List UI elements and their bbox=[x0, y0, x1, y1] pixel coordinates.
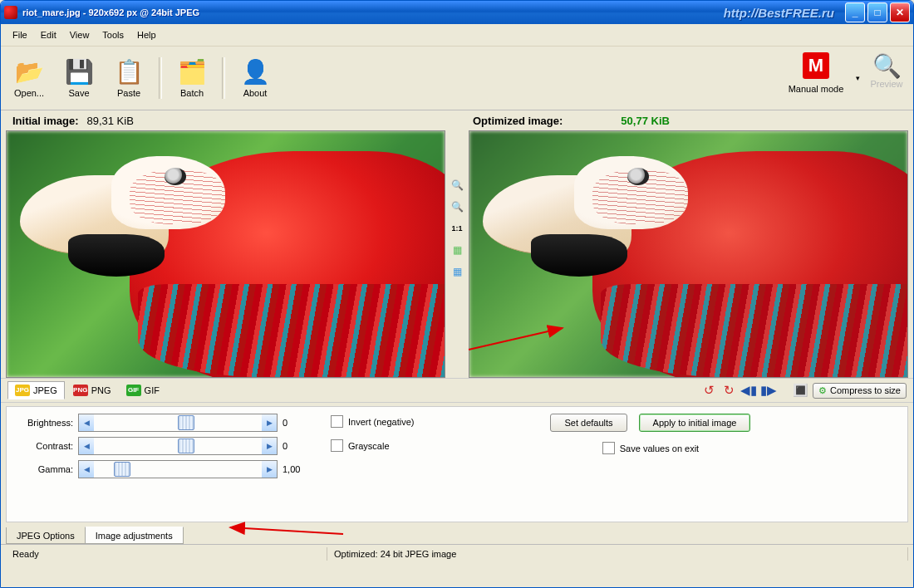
close-button[interactable]: ✕ bbox=[890, 2, 910, 22]
menu-help[interactable]: Help bbox=[130, 28, 163, 42]
initial-image-size: 89,31 KiB bbox=[86, 115, 133, 127]
toolbar-separator bbox=[159, 57, 162, 99]
maximize-button[interactable]: □ bbox=[867, 2, 887, 22]
rotate-left-icon[interactable]: ↺ bbox=[701, 383, 716, 398]
left-arrow-icon[interactable]: ◀ bbox=[79, 414, 94, 431]
grayscale-label: Grayscale bbox=[348, 441, 390, 451]
zoom-tool-column: 🔍 🔍 1:1 ▦ ▦ bbox=[445, 130, 469, 378]
gamma-value: 1,00 bbox=[283, 464, 311, 474]
flip-horizontal-icon[interactable]: ◀▮ bbox=[741, 383, 756, 398]
window-title: riot_mare.jpg - 920x692 px @ 24bit JPEG bbox=[22, 7, 199, 17]
initial-image-label: Initial image: bbox=[12, 115, 78, 127]
apply-to-initial-button[interactable]: Apply to initial image bbox=[639, 414, 751, 432]
invert-label: Invert (negative) bbox=[348, 417, 414, 427]
menu-tools[interactable]: Tools bbox=[96, 28, 130, 42]
format-tab-png[interactable]: PNGPNG bbox=[66, 382, 118, 399]
brightness-slider[interactable]: ◀▶ bbox=[78, 414, 278, 432]
minimize-button[interactable]: _ bbox=[845, 2, 865, 22]
format-tab-gif[interactable]: GIFGIF bbox=[120, 382, 166, 399]
status-optimized: Optimized: 24 bit JPEG image bbox=[327, 547, 908, 561]
brightness-label: Brightness: bbox=[15, 418, 73, 428]
menu-file[interactable]: File bbox=[6, 28, 34, 42]
right-arrow-icon[interactable]: ▶ bbox=[262, 461, 277, 478]
save-button[interactable]: 💾Save bbox=[56, 52, 102, 104]
mode-dropdown-arrow[interactable]: ▾ bbox=[852, 65, 863, 91]
compress-gear-icon: ⚙ bbox=[818, 385, 827, 396]
bottom-tab-strip: JPEG Options Image adjustments bbox=[1, 522, 913, 544]
contrast-value: 0 bbox=[283, 441, 311, 451]
right-arrow-icon[interactable]: ▶ bbox=[262, 438, 277, 454]
batch-button[interactable]: 🗂️Batch bbox=[169, 52, 215, 104]
jpeg-chip-icon: JPG bbox=[15, 385, 30, 396]
annotation-arrow-icon bbox=[224, 519, 348, 539]
open-label: Open... bbox=[14, 88, 44, 98]
gif-tab-label: GIF bbox=[145, 385, 160, 395]
paste-button[interactable]: 📋Paste bbox=[106, 52, 152, 104]
left-arrow-icon[interactable]: ◀ bbox=[79, 461, 94, 478]
image-adjustments-panel: Brightness: ◀▶ 0 Contrast: ◀▶ 0 Gamma: ◀… bbox=[6, 406, 908, 522]
grayscale-checkbox[interactable] bbox=[331, 439, 343, 452]
compress-to-size-label: Compress to size bbox=[830, 385, 901, 395]
gif-chip-icon: GIF bbox=[126, 385, 141, 396]
about-person-icon: 👤 bbox=[242, 58, 268, 85]
open-button[interactable]: 📂Open... bbox=[6, 52, 52, 104]
preview-row: 🔍 🔍 1:1 ▦ ▦ bbox=[1, 130, 913, 378]
set-defaults-label: Set defaults bbox=[564, 418, 612, 428]
about-label: About bbox=[243, 88, 268, 98]
menu-view[interactable]: View bbox=[63, 28, 96, 42]
paste-label: Paste bbox=[117, 88, 140, 98]
manual-mode-icon: M bbox=[803, 52, 829, 79]
tab-jpeg-options[interactable]: JPEG Options bbox=[6, 527, 86, 544]
png-chip-icon: PNG bbox=[73, 385, 88, 396]
fit-window-button[interactable]: ▦ bbox=[449, 242, 465, 258]
save-floppy-icon: 💾 bbox=[66, 58, 92, 85]
rotate-right-icon[interactable]: ↻ bbox=[721, 383, 736, 398]
brightness-value: 0 bbox=[283, 418, 311, 428]
pan-button[interactable]: ▦ bbox=[449, 263, 465, 280]
optimized-image-pane[interactable] bbox=[469, 130, 908, 378]
size-info-bar: Initial image: 89,31 KiB Optimized image… bbox=[1, 110, 913, 130]
status-ready: Ready bbox=[6, 547, 327, 561]
format-bar: JPGJPEG PNGPNG GIFGIF ↺ ↻ ◀▮ ▮▶ 🔳 ⚙Compr… bbox=[1, 378, 913, 403]
png-tab-label: PNG bbox=[91, 385, 111, 395]
svg-line-1 bbox=[230, 527, 343, 534]
open-folder-icon: 📂 bbox=[16, 58, 42, 85]
batch-label: Batch bbox=[180, 88, 204, 98]
title-bar: riot_mare.jpg - 920x692 px @ 24bit JPEG … bbox=[1, 1, 913, 24]
tab-image-adjustments[interactable]: Image adjustments bbox=[85, 527, 184, 544]
app-icon bbox=[4, 6, 17, 19]
flip-vertical-icon[interactable]: ▮▶ bbox=[761, 383, 776, 398]
gamma-slider[interactable]: ◀▶ bbox=[78, 460, 278, 478]
zoom-out-button[interactable]: 🔍 bbox=[449, 198, 465, 215]
left-arrow-icon[interactable]: ◀ bbox=[79, 438, 94, 454]
preview-button-disabled: 🔍Preview bbox=[863, 52, 910, 104]
menu-bar: File Edit View Tools Help bbox=[1, 24, 913, 47]
tab-jpeg-options-label: JPEG Options bbox=[17, 531, 75, 541]
initial-image-pane[interactable] bbox=[6, 130, 445, 378]
save-on-exit-checkbox[interactable] bbox=[602, 442, 615, 454]
zoom-1to1-button[interactable]: 1:1 bbox=[449, 220, 465, 237]
status-bar: Ready Optimized: 24 bit JPEG image bbox=[1, 544, 913, 563]
main-toolbar: 📂Open... 💾Save 📋Paste 🗂️Batch 👤About M M… bbox=[1, 47, 913, 110]
apply-to-initial-label: Apply to initial image bbox=[653, 418, 737, 428]
jpeg-tab-label: JPEG bbox=[33, 385, 57, 395]
about-button[interactable]: 👤About bbox=[232, 52, 278, 104]
menu-edit[interactable]: Edit bbox=[34, 28, 63, 42]
manual-mode-button[interactable]: M Manual mode bbox=[780, 52, 852, 104]
set-defaults-button[interactable]: Set defaults bbox=[550, 414, 627, 432]
contrast-slider[interactable]: ◀▶ bbox=[78, 437, 278, 455]
gamma-label: Gamma: bbox=[15, 464, 73, 474]
right-arrow-icon[interactable]: ▶ bbox=[262, 414, 277, 431]
manual-mode-label: Manual mode bbox=[789, 84, 844, 94]
format-tab-jpeg[interactable]: JPGJPEG bbox=[7, 381, 65, 399]
invert-checkbox[interactable] bbox=[331, 415, 343, 428]
magnifier-icon: 🔍 bbox=[873, 52, 900, 79]
save-label: Save bbox=[68, 88, 89, 98]
resize-icon[interactable]: 🔳 bbox=[793, 383, 808, 398]
toolbar-separator bbox=[222, 57, 225, 99]
tab-image-adjustments-label: Image adjustments bbox=[96, 531, 173, 541]
batch-icon: 🗂️ bbox=[179, 58, 205, 85]
zoom-in-button[interactable]: 🔍 bbox=[449, 177, 465, 194]
compress-to-size-button[interactable]: ⚙Compress to size bbox=[813, 383, 907, 399]
paste-clipboard-icon: 📋 bbox=[115, 58, 142, 85]
